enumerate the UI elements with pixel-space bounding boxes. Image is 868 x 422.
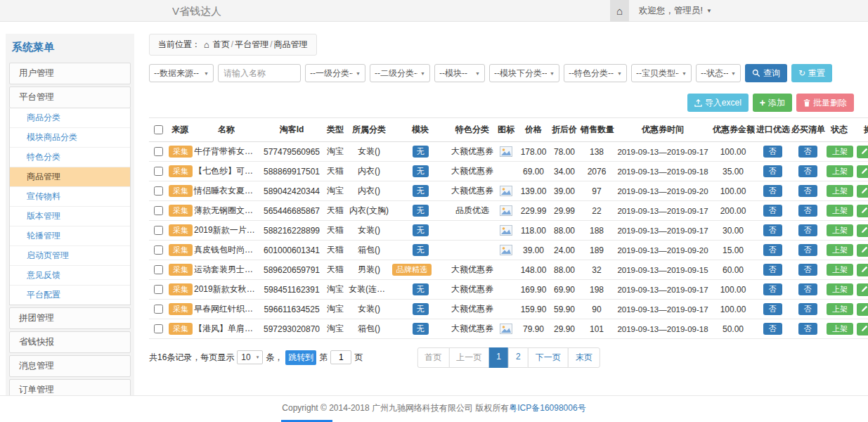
- batch-delete-button[interactable]: 批量删除: [796, 94, 854, 112]
- sidebar-item-feedback[interactable]: 意见反馈: [10, 266, 130, 286]
- import-select-toggle[interactable]: 否: [763, 283, 782, 296]
- row-checkbox[interactable]: [154, 324, 163, 333]
- edit-button[interactable]: [857, 323, 868, 335]
- must-buy-toggle[interactable]: 否: [798, 224, 817, 237]
- featured-category-cell: 品质优选: [450, 201, 495, 221]
- status-toggle[interactable]: 上架: [827, 303, 853, 316]
- icp-link[interactable]: 粤ICP备16098006号: [509, 403, 585, 413]
- must-buy-toggle[interactable]: 否: [798, 165, 817, 178]
- filter-select-item-type[interactable]: --宝贝类型--▼: [631, 64, 692, 82]
- sidebar-item-goods-category[interactable]: 商品分类: [10, 108, 130, 128]
- row-checkbox[interactable]: [154, 147, 163, 156]
- reset-button[interactable]: ↻ 重置: [791, 64, 832, 82]
- row-checkbox[interactable]: [154, 305, 163, 314]
- status-toggle[interactable]: 上架: [827, 205, 853, 217]
- sidebar-item-messages[interactable]: 消息管理: [9, 355, 131, 377]
- import-select-toggle[interactable]: 否: [763, 146, 782, 158]
- user-dropdown[interactable]: 欢迎您，管理员! ▼: [639, 5, 712, 17]
- page-number-input[interactable]: [330, 350, 351, 364]
- status-toggle[interactable]: 上架: [827, 185, 853, 198]
- page-size-select[interactable]: 10 ▾: [237, 350, 263, 364]
- import-excel-button[interactable]: 导入excel: [687, 94, 749, 112]
- sidebar-item-orders[interactable]: 订单管理: [9, 379, 131, 395]
- row-checkbox[interactable]: [154, 206, 163, 215]
- taoke-id-cell: 577479560965: [260, 142, 323, 162]
- edit-button[interactable]: [857, 283, 868, 296]
- sidebar-item-splash-management[interactable]: 启动页管理: [10, 246, 130, 266]
- row-checkbox[interactable]: [154, 186, 163, 196]
- row-checkbox[interactable]: [154, 226, 163, 235]
- edit-button[interactable]: [857, 264, 868, 276]
- breadcrumb-item[interactable]: 平台管理: [235, 39, 268, 49]
- row-checkbox[interactable]: [154, 265, 163, 274]
- sidebar-item-carousel-management[interactable]: 轮播管理: [10, 226, 130, 246]
- jump-button[interactable]: 跳转到: [285, 350, 316, 365]
- filter-select-category-l1[interactable]: --一级分类--▼: [305, 64, 365, 82]
- must-buy-toggle[interactable]: 否: [798, 303, 817, 316]
- status-toggle[interactable]: 上架: [827, 264, 853, 276]
- filter-select-category-l2[interactable]: --二级分类--▼: [370, 64, 430, 82]
- select-all-checkbox[interactable]: [154, 125, 163, 134]
- must-buy-toggle[interactable]: 否: [798, 185, 817, 198]
- sales-count-cell: 198: [579, 280, 614, 300]
- pager-last[interactable]: 末页: [568, 347, 600, 368]
- import-select-toggle[interactable]: 否: [763, 205, 782, 217]
- sidebar-item-platform[interactable]: 平台管理: [9, 87, 131, 108]
- edit-button[interactable]: [857, 185, 868, 198]
- row-checkbox[interactable]: [154, 245, 163, 255]
- sidebar-item-featured-category[interactable]: 特色分类: [10, 148, 130, 167]
- status-toggle[interactable]: 上架: [827, 165, 853, 178]
- search-button[interactable]: 查询: [745, 64, 787, 82]
- sidebar-item-users[interactable]: 用户管理: [9, 63, 131, 84]
- sidebar-item-group-buy[interactable]: 拼团管理: [9, 307, 131, 329]
- filter-select-value: --模块--: [439, 68, 467, 79]
- edit-button[interactable]: [857, 244, 868, 257]
- filter-select-data-source[interactable]: --数据来源--▼: [149, 64, 214, 82]
- import-select-toggle[interactable]: 否: [763, 264, 782, 276]
- sidebar-item-version-management[interactable]: 版本管理: [10, 207, 130, 226]
- edit-button[interactable]: [857, 303, 868, 316]
- must-buy-toggle[interactable]: 否: [798, 146, 817, 158]
- add-button[interactable]: + 添加: [753, 94, 792, 112]
- import-select-toggle[interactable]: 否: [763, 165, 782, 178]
- breadcrumb-item[interactable]: 商品管理: [274, 39, 308, 49]
- pager-next[interactable]: 下一页: [528, 347, 569, 368]
- sidebar-item-platform-config[interactable]: 平台配置: [10, 286, 130, 305]
- row-checkbox[interactable]: [154, 285, 163, 294]
- sidebar-item-saving-express[interactable]: 省钱快报: [9, 331, 131, 353]
- edit-button[interactable]: [857, 224, 868, 237]
- sidebar-item-goods-management[interactable]: 商品管理: [10, 167, 130, 187]
- must-buy-toggle[interactable]: 否: [798, 323, 817, 335]
- name-search-input[interactable]: [218, 64, 301, 82]
- import-select-toggle[interactable]: 否: [763, 244, 782, 257]
- sidebar-item-promo-materials[interactable]: 宣传物料: [10, 187, 130, 207]
- must-buy-toggle[interactable]: 否: [798, 283, 817, 296]
- status-toggle[interactable]: 上架: [827, 244, 853, 257]
- breadcrumb-item[interactable]: 首页: [213, 39, 230, 49]
- edit-button[interactable]: [857, 146, 868, 158]
- type-cell: 天猫: [323, 201, 347, 221]
- import-select-toggle[interactable]: 否: [763, 303, 782, 316]
- edit-button[interactable]: [857, 165, 868, 178]
- must-buy-toggle[interactable]: 否: [798, 205, 817, 217]
- import-select-toggle[interactable]: 否: [763, 323, 782, 335]
- status-toggle[interactable]: 上架: [827, 224, 853, 237]
- filter-select-module[interactable]: --模块--▼: [434, 64, 485, 82]
- filter-select-featured-category[interactable]: --特色分类--▼: [564, 64, 627, 82]
- import-select-toggle[interactable]: 否: [763, 224, 782, 237]
- home-button[interactable]: ⌂: [610, 0, 629, 22]
- pager-page-2[interactable]: 2: [508, 347, 529, 368]
- must-buy-toggle[interactable]: 否: [798, 244, 817, 257]
- filter-select-module-sub[interactable]: --模块下分类--▼: [489, 64, 559, 82]
- edit-button[interactable]: [857, 205, 868, 217]
- status-toggle[interactable]: 上架: [827, 283, 853, 296]
- icon-cell: [495, 181, 517, 201]
- sidebar-item-module-goods-category[interactable]: 模块商品分类: [10, 128, 130, 148]
- status-toggle[interactable]: 上架: [827, 146, 853, 158]
- must-buy-toggle[interactable]: 否: [798, 264, 817, 276]
- filter-select-status[interactable]: --状态--▼: [696, 64, 741, 82]
- status-toggle[interactable]: 上架: [827, 323, 853, 335]
- import-select-toggle[interactable]: 否: [763, 185, 782, 198]
- pager-page-1[interactable]: 1: [488, 347, 509, 368]
- row-checkbox[interactable]: [154, 167, 163, 176]
